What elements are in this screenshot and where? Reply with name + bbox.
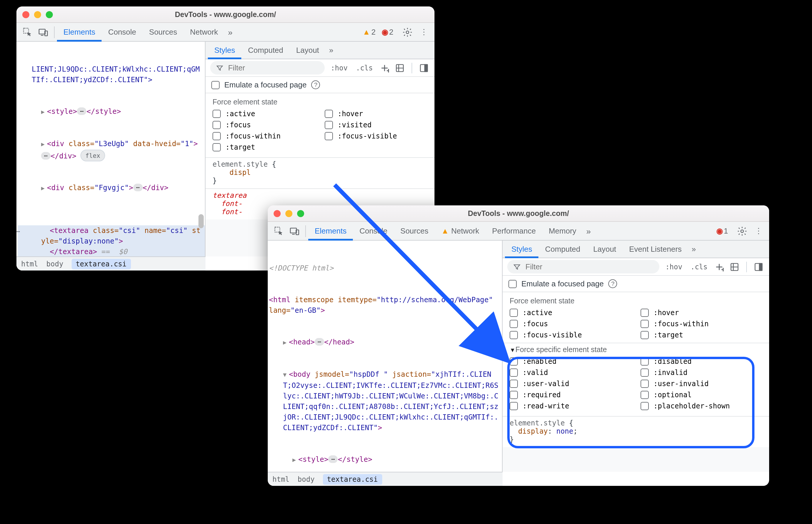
help-icon[interactable]: ? [608, 279, 617, 288]
styles-tabs: Styles Computed Layout Event Listeners » [503, 241, 769, 258]
svg-rect-9 [296, 230, 299, 235]
state-active-checkbox[interactable] [212, 110, 221, 118]
toggle-pane-icon[interactable] [753, 261, 764, 273]
filter-input[interactable] [524, 262, 654, 272]
svg-rect-8 [290, 228, 297, 233]
filter-input-wrap[interactable] [210, 61, 325, 75]
toggle-pane-icon[interactable] [418, 62, 430, 73]
force-specific-state-title[interactable]: ▼Force specific element state [510, 346, 762, 354]
svg-rect-13 [760, 263, 762, 270]
svg-point-10 [741, 230, 744, 232]
gear-icon[interactable] [399, 24, 416, 40]
tab-event-listeners[interactable]: Event Listeners [623, 240, 688, 258]
gear-icon[interactable] [734, 223, 750, 239]
styles-tabs: Styles Computed Layout » [206, 42, 434, 59]
annotation-highlight [507, 357, 754, 448]
more-styles-tabs-icon[interactable]: » [688, 245, 699, 253]
svg-rect-6 [425, 64, 427, 71]
force-state-title: Force element state [212, 98, 427, 106]
more-tabs-icon[interactable]: » [225, 27, 236, 37]
minimize-icon[interactable] [285, 210, 292, 217]
emulate-label: Emulate a focused page [224, 80, 306, 89]
force-state-title: Force element state [510, 297, 762, 305]
tab-computed[interactable]: Computed [539, 240, 587, 258]
emulate-label: Emulate a focused page [521, 279, 604, 288]
computed-toggle-icon[interactable] [729, 261, 741, 273]
tab-console[interactable]: Console [101, 22, 142, 42]
filter-bar: :hov .cls [503, 258, 769, 276]
state-visited-checkbox[interactable] [325, 121, 333, 129]
more-styles-tabs-icon[interactable]: » [325, 46, 337, 54]
new-style-icon[interactable] [379, 62, 391, 73]
force-state-section: Force element state :active :hover :focu… [206, 93, 434, 158]
kebab-icon[interactable]: ⋮ [750, 223, 767, 239]
hov-button[interactable]: :hov [328, 64, 350, 72]
help-icon[interactable]: ? [311, 80, 320, 89]
scrollbar[interactable] [198, 44, 204, 254]
state-focus-checkbox[interactable] [212, 121, 221, 129]
close-icon[interactable] [274, 210, 281, 217]
breadcrumb[interactable]: html body textarea.csi [268, 472, 503, 486]
emulate-row: Emulate a focused page ? [503, 276, 769, 292]
device-toggle-icon[interactable] [35, 24, 52, 40]
traffic-lights [22, 11, 53, 18]
tab-layout[interactable]: Layout [290, 42, 325, 59]
state-focus-within-checkbox[interactable] [212, 132, 221, 140]
svg-rect-1 [39, 29, 45, 34]
dom-row-selected[interactable]: ⋯ <textarea class="csi" name="csi" style… [18, 225, 205, 257]
hov-button[interactable]: :hov [663, 263, 685, 271]
svg-point-3 [406, 31, 409, 33]
breadcrumb[interactable]: html body textarea.csi [16, 257, 206, 271]
computed-toggle-icon[interactable] [394, 62, 406, 73]
tab-computed[interactable]: Computed [242, 42, 290, 59]
emulate-checkbox[interactable] [211, 81, 220, 89]
state-target-checkbox[interactable] [212, 143, 221, 151]
kebab-icon[interactable]: ⋮ [416, 24, 432, 40]
annotation-arrow [323, 176, 523, 376]
warning-indicator[interactable]: ▲2 [363, 28, 381, 36]
tab-network[interactable]: Network [184, 22, 224, 42]
main-toolbar: Elements Console Sources Network » ▲2 ◉2… [16, 23, 434, 42]
state-hover-checkbox[interactable] [325, 110, 333, 118]
tab-sources[interactable]: Sources [143, 22, 184, 42]
device-toggle-icon[interactable] [287, 223, 303, 239]
new-style-icon[interactable] [713, 261, 725, 273]
traffic-lights [274, 210, 304, 217]
inspect-icon[interactable] [19, 24, 35, 40]
filter-input[interactable] [227, 63, 319, 73]
dom-tree-pane[interactable]: LIENT;JL9QDc:.CLIENT;kWlxhc:.CLIENT;qGMT… [16, 42, 206, 257]
filter-bar: :hov .cls [206, 59, 434, 77]
more-tabs-icon[interactable]: » [583, 226, 594, 235]
minimize-icon[interactable] [34, 11, 41, 18]
state-hover-checkbox[interactable] [640, 309, 649, 317]
maximize-icon[interactable] [46, 11, 53, 18]
state-target-checkbox[interactable] [640, 331, 649, 339]
inspect-icon[interactable] [270, 223, 287, 239]
emulate-row: Emulate a focused page ? [206, 77, 434, 93]
filter-input-wrap[interactable] [507, 260, 659, 274]
state-focus-within-checkbox[interactable] [640, 320, 649, 328]
force-state-section: Force element state :active :hover :focu… [503, 292, 769, 343]
maximize-icon[interactable] [297, 210, 304, 217]
cls-button[interactable]: .cls [688, 263, 710, 271]
cls-button[interactable]: .cls [353, 64, 375, 72]
error-indicator[interactable]: ◉1 [716, 227, 734, 235]
svg-line-14 [335, 185, 505, 358]
titlebar[interactable]: DevTools - www.google.com/ [16, 6, 434, 23]
tab-layout[interactable]: Layout [587, 240, 623, 258]
tab-styles[interactable]: Styles [208, 42, 242, 59]
tab-memory[interactable]: Memory [542, 222, 583, 240]
window-title: DevTools - www.google.com/ [16, 10, 434, 18]
close-icon[interactable] [22, 11, 29, 18]
state-focus-visible-checkbox[interactable] [325, 132, 333, 140]
error-indicator[interactable]: ◉2 [382, 28, 399, 36]
tab-elements[interactable]: Elements [57, 22, 101, 42]
